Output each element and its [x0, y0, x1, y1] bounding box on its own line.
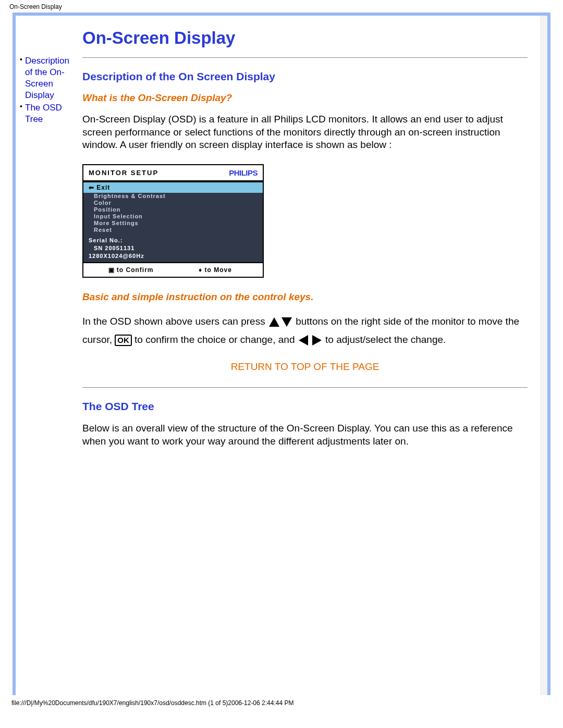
osd-resolution: 1280X1024@60Hz — [89, 252, 258, 260]
up-down-arrows-icon — [268, 316, 293, 328]
svg-marker-0 — [269, 317, 279, 327]
osd-header: MONITOR SETUP PHILIPS — [83, 165, 263, 181]
divider — [82, 387, 528, 388]
osd-footer-confirm: ▣ to Confirm — [89, 266, 173, 274]
page-footer-path: file:///D|/My%20Documents/dfu/190X7/engl… — [0, 695, 563, 711]
osd-menu: ⬅ Exit Brightness & Contrast Color Posit… — [83, 181, 263, 262]
paragraph-osd-tree: Below is an overall view of the structur… — [82, 422, 528, 448]
subheading-instructions: Basic and simple instruction on the cont… — [82, 291, 528, 303]
osd-header-title: MONITOR SETUP — [89, 169, 158, 177]
osd-menu-item: Position — [83, 206, 263, 213]
sidebar-item-description[interactable]: Description of the On-Screen Display — [20, 55, 76, 101]
osd-footer-move: ♦ to Move — [173, 266, 258, 274]
paragraph-instructions: In the OSD shown above users can press b… — [82, 312, 528, 349]
paragraph-osd-description: On-Screen Display (OSD) is a feature in … — [82, 113, 528, 152]
sidebar-link-osd-tree[interactable]: The OSD Tree — [25, 103, 62, 124]
return-to-top[interactable]: RETURN TO TOP OF THE PAGE — [82, 361, 528, 373]
svg-marker-2 — [299, 335, 308, 346]
sidebar-link-description[interactable]: Description of the On-Screen Display — [25, 56, 69, 100]
sidebar-nav: Description of the On-Screen Display The… — [16, 28, 78, 695]
left-right-arrows-icon — [298, 335, 323, 346]
subheading-what-is-osd: What is the On-Screen Display? — [82, 92, 528, 104]
osd-menu-item: Input Selection — [83, 213, 263, 220]
main-content: On-Screen Display Description of the On … — [78, 28, 536, 695]
osd-serial-label: Serial No.: — [89, 237, 258, 244]
osd-footer: ▣ to Confirm ♦ to Move — [83, 262, 263, 277]
philips-logo: PHILIPS — [229, 168, 258, 177]
page-title: On-Screen Display — [82, 28, 528, 48]
osd-menu-item: Color — [83, 200, 263, 206]
osd-serial-value: SN 20051131 — [89, 244, 258, 252]
section-heading-description: Description of the On Screen Display — [82, 70, 528, 83]
ok-button-icon: OK — [115, 335, 132, 346]
osd-menu-item: More Settings — [83, 220, 263, 227]
osd-screenshot: MONITOR SETUP PHILIPS ⬅ Exit Brightness … — [82, 164, 264, 278]
osd-menu-item: Reset — [83, 227, 263, 233]
instr-text-d: to adjust/select the change. — [325, 334, 446, 345]
instr-text-a: In the OSD shown above users can press — [82, 316, 268, 327]
osd-info-block: Serial No.: SN 20051131 1280X1024@60Hz — [83, 233, 263, 262]
svg-marker-1 — [282, 317, 292, 327]
content-frame: Description of the On-Screen Display The… — [13, 13, 550, 695]
instr-text-c: to confirm the choice or change, and — [134, 334, 298, 345]
divider — [82, 57, 528, 58]
svg-marker-3 — [312, 335, 322, 346]
osd-menu-exit: ⬅ Exit — [83, 182, 263, 193]
return-to-top-link[interactable]: RETURN TO TOP OF THE PAGE — [231, 361, 380, 372]
osd-menu-item: Brightness & Contrast — [83, 193, 263, 200]
section-heading-osd-tree: The OSD Tree — [82, 400, 528, 413]
window-title: On-Screen Display — [0, 0, 563, 13]
sidebar-item-osd-tree[interactable]: The OSD Tree — [20, 102, 76, 125]
